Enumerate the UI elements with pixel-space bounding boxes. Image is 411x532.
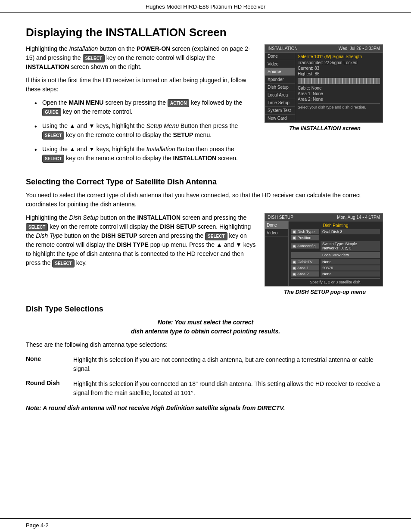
is-menu-localarea: Local Area xyxy=(265,91,295,99)
ds-row-dishtype: ▣ Dish Type Oval Dish 3 xyxy=(291,229,380,234)
is-cable: Cable: None xyxy=(298,86,380,90)
is-menu-source: Source xyxy=(265,68,295,76)
select-key-5: SELECT xyxy=(205,232,227,240)
section1-para2: If this is not the first time the HD rec… xyxy=(26,76,256,94)
is-header: INSTALLATION Wed, Jul 26 • 3:33PM xyxy=(265,45,383,53)
is-row2: Current: 83 xyxy=(298,66,380,71)
guide-key: GUIDE xyxy=(42,108,61,116)
page-footer: Page 4-2 xyxy=(0,518,411,532)
action-key: ACTION xyxy=(168,99,189,107)
ds-autoconfig-label: ▣ Autoconfig xyxy=(291,243,319,249)
is-body: Done Video Source Xponder Dish Setup Loc… xyxy=(265,53,383,122)
ds-row-cable: ▣ CableTV None xyxy=(291,259,380,264)
ds-local-section: Local Providers xyxy=(291,252,380,258)
ds-note: Specify 1, 2 or 3 satellite dish. xyxy=(291,278,380,284)
bullet-item-2: Using the ▲ and ▼ keys, highlight the Se… xyxy=(34,121,256,140)
is-row1: Transponder: 22 Signal Locked xyxy=(298,60,380,65)
def-desc-round: Highlight this selection if you connecte… xyxy=(73,380,385,398)
ds-cable-label: ▣ CableTV xyxy=(291,259,319,264)
select-key-1: SELECT xyxy=(83,54,105,62)
is-title: Satellite 101° (W) Signal Strength xyxy=(298,54,380,59)
section1-text: Highlighting the Installation button on … xyxy=(26,44,256,168)
section2-image-col: DISH SETUP Mon, Aug 14 • 4:17PM Done Vid… xyxy=(265,213,385,295)
def-term-round: Round Dish xyxy=(26,380,73,398)
ds-position-label: ▣ Position xyxy=(291,235,319,240)
ds-menu-done: Done xyxy=(265,221,288,229)
is-menu-video: Video xyxy=(265,60,295,68)
header-title: Hughes Model HIRD-E86 Platinum HD Receiv… xyxy=(146,3,265,10)
ds-header-left: DISH SETUP xyxy=(268,215,293,220)
is-status: Select your dish type and dish direction… xyxy=(298,103,380,109)
installation-screen-img: INSTALLATION Wed, Jul 26 • 3:33PM Done V… xyxy=(265,44,383,123)
select-key-6: SELECT xyxy=(52,259,74,268)
def-desc-none: Highlight this selection if you are not … xyxy=(73,355,385,373)
footer-page: Page 4-2 xyxy=(26,522,49,529)
select-key-3: SELECT xyxy=(42,155,64,163)
is-header-left: INSTALLATION xyxy=(268,46,298,51)
ds-area1-value: 20376 xyxy=(321,265,380,271)
ds-dishtype-value: Oval Dish 3 xyxy=(321,229,380,234)
section2-para1: You need to select the correct type of d… xyxy=(26,191,385,209)
ds-area2-value: None xyxy=(321,271,380,277)
section-installation: Displaying the INSTALLATION Screen Highl… xyxy=(26,26,385,168)
installation-screen-caption: The INSTALLATION screen xyxy=(265,125,385,131)
ds-area1-label: ▣ Area 1 xyxy=(291,265,319,271)
is-area1: Area 1: None xyxy=(298,91,380,96)
ds-menu: Done Video xyxy=(265,221,289,286)
bullet-item-1: Open the MAIN MENU screen by pressing th… xyxy=(34,98,256,116)
section-dish-type: Dish Type Selections Note: You must sele… xyxy=(26,305,385,413)
dish-setup-screen-img: DISH SETUP Mon, Aug 14 • 4:17PM Done Vid… xyxy=(265,213,383,286)
def-term-none: None xyxy=(26,355,73,373)
ds-title: Dish Pointing xyxy=(291,223,380,228)
ds-cable-value: None xyxy=(321,259,380,264)
section2-para2: Highlighting the Dish Setup button on th… xyxy=(26,213,256,268)
section3-note-italic: Note: You must select the correctdish an… xyxy=(26,318,385,336)
section1-title: Displaying the INSTALLATION Screen xyxy=(26,26,385,39)
is-area2: Area 2: None xyxy=(298,97,380,102)
is-menu-newcard: New Card xyxy=(265,115,295,122)
section2-title: Selecting the Correct Type of Satellite … xyxy=(26,177,385,187)
def-item-round: Round Dish Highlight this selection if y… xyxy=(26,380,385,398)
ds-menu-video: Video xyxy=(265,229,288,237)
is-menu: Done Video Source Xponder Dish Setup Loc… xyxy=(265,53,295,122)
is-bar xyxy=(298,78,380,84)
is-menu-timesetup: Time Setup xyxy=(265,99,295,107)
is-menu-dishsetup: Dish Setup xyxy=(265,84,295,91)
def-item-none: None Highlight this selection if you are… xyxy=(26,355,385,373)
ds-header: DISH SETUP Mon, Aug 14 • 4:17PM xyxy=(265,214,383,221)
section1-para1: Highlighting the Installation button on … xyxy=(26,44,256,72)
ds-row-autoconfig: ▣ Autoconfig Switch Type: SimpleNetworks… xyxy=(291,241,380,251)
ds-area2-label: ▣ Area 2 xyxy=(291,271,319,277)
is-menu-systemtest: System Test xyxy=(265,107,295,115)
is-menu-done: Done xyxy=(265,53,295,60)
section1-image-col: INSTALLATION Wed, Jul 26 • 3:33PM Done V… xyxy=(265,44,385,168)
section3-note-bold: Note: A round dish antenna will not rece… xyxy=(26,404,385,413)
is-header-right: Wed, Jul 26 • 3:33PM xyxy=(339,46,380,51)
is-row3: Highest: 86 xyxy=(298,72,380,76)
select-key-4: SELECT xyxy=(26,223,48,231)
page-content: Displaying the INSTALLATION Screen Highl… xyxy=(0,13,411,443)
ds-main: Dish Pointing ▣ Dish Type Oval Dish 3 ▣ … xyxy=(289,221,383,286)
section-satellite-dish: Selecting the Correct Type of Satellite … xyxy=(26,177,385,295)
section2-text: Highlighting the Dish Setup button on th… xyxy=(26,213,256,295)
ds-row-area2: ▣ Area 2 None xyxy=(291,271,380,277)
ds-autoconfig-value: Switch Type: SimpleNetworks: 0, 2, 3 xyxy=(321,241,380,251)
bullet-item-3: Using the ▲ and ▼ keys, highlight the In… xyxy=(34,145,256,163)
page-header: Hughes Model HIRD-E86 Platinum HD Receiv… xyxy=(0,0,411,13)
section1-body: Highlighting the Installation button on … xyxy=(26,44,385,168)
ds-row-area1: ▣ Area 1 20376 xyxy=(291,265,380,271)
section3-def-list: None Highlight this selection if you are… xyxy=(26,355,385,398)
ds-header-right: Mon, Aug 14 • 4:17PM xyxy=(337,215,380,220)
section2-body: Highlighting the Dish Setup button on th… xyxy=(26,213,385,295)
ds-dishtype-label: ▣ Dish Type xyxy=(291,229,319,234)
is-menu-xponder: Xponder xyxy=(265,76,295,84)
section3-title: Dish Type Selections xyxy=(26,305,385,314)
ds-row-position: ▣ Position xyxy=(291,235,380,240)
ds-body: Done Video Dish Pointing ▣ Dish Type Ova… xyxy=(265,221,383,286)
section1-bullet-list: Open the MAIN MENU screen by pressing th… xyxy=(34,98,256,163)
dish-setup-screen-caption: The DISH SETUP pop-up menu xyxy=(265,289,385,295)
section3-intro: These are the following dish antenna typ… xyxy=(26,340,385,349)
is-main: Satellite 101° (W) Signal Strength Trans… xyxy=(295,53,383,122)
select-key-2: SELECT xyxy=(42,131,64,140)
